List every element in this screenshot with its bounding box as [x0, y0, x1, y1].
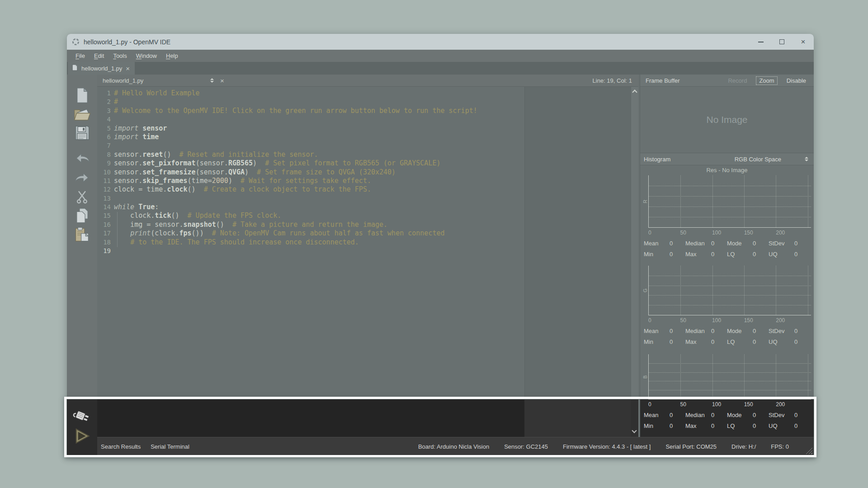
stat-label: Mean	[644, 240, 670, 247]
paste-icon	[75, 227, 90, 244]
stats-row: Min0Max0LQ0UQ0	[640, 336, 814, 347]
channel-label-g: G	[642, 266, 648, 315]
document-selector[interactable]: helloworld_1.py	[97, 77, 214, 84]
code-text	[111, 247, 114, 255]
code-line: 10sensor.set_framesize(sensor.QVGA) # Se…	[97, 168, 631, 177]
code-line: 8sensor.reset() # Reset and initialize t…	[97, 150, 631, 159]
document-close-icon[interactable]: ×	[220, 77, 224, 84]
bottom-tabs: Search ResultsSerial Terminal	[97, 443, 189, 450]
cut-button[interactable]	[72, 189, 92, 207]
stat: Min0	[644, 251, 685, 258]
output-panel	[97, 399, 638, 437]
menu-item-help[interactable]: Help	[161, 51, 183, 61]
gridline-h	[649, 206, 811, 207]
chart-plot	[648, 266, 811, 315]
stat-label: Median	[685, 240, 711, 247]
gridline-h	[649, 381, 811, 381]
stats-row: Mean0Median0Mode0StDev0	[640, 409, 814, 420]
line-number: 16	[97, 221, 111, 229]
gridline-h	[649, 305, 811, 305]
updown-icon	[210, 78, 214, 83]
open-folder-icon	[74, 107, 91, 123]
scroll-up-icon	[632, 89, 637, 94]
menu-item-edit[interactable]: Edit	[90, 51, 108, 61]
scrollbar-dark-section[interactable]	[631, 399, 638, 437]
tick-label: 200	[776, 230, 785, 236]
redo-button[interactable]	[72, 169, 92, 187]
line-number: 13	[97, 194, 111, 203]
frame-buffer-disable-button[interactable]: Disable	[783, 76, 809, 85]
resolution-text: Res - No Image	[640, 165, 814, 175]
tick-label: 200	[776, 317, 785, 324]
stat-value: 0	[794, 422, 797, 429]
open-folder-button[interactable]	[72, 106, 92, 124]
file-icon	[72, 64, 78, 72]
no-image-text: No Image	[706, 114, 747, 125]
chart-plot	[648, 175, 811, 228]
bottom-tab-search-results[interactable]: Search Results	[101, 443, 141, 450]
frame-buffer-zoom-button[interactable]: Zoom	[756, 76, 777, 85]
stat-value: 0	[753, 422, 756, 429]
line-number: 19	[97, 247, 111, 255]
tab-label: helloworld_1.py	[81, 65, 122, 72]
x-axis-ticks: 050100150200	[648, 315, 811, 325]
maximize-button[interactable]	[771, 34, 793, 50]
stat-value: 0	[711, 412, 714, 418]
gridline-h	[649, 390, 811, 390]
paste-button[interactable]	[72, 226, 92, 244]
color-space-select[interactable]: RGB Color Space	[735, 156, 781, 163]
run-script-button[interactable]	[72, 427, 92, 445]
channel-label-r: R	[642, 175, 648, 228]
line-number: 9	[97, 159, 111, 168]
stat-label: LQ	[727, 422, 753, 429]
stat: LQ0	[727, 338, 769, 345]
save-button[interactable]	[72, 125, 92, 143]
menu-item-file[interactable]: File	[71, 51, 90, 61]
stat-label: StDev	[769, 240, 794, 247]
frame-buffer-record-button[interactable]: Record	[725, 76, 750, 85]
menu-item-window[interactable]: Window	[132, 51, 161, 61]
new-file-button[interactable]	[72, 87, 92, 105]
gridline-v	[744, 266, 745, 315]
editor-scrollbar[interactable]	[631, 87, 638, 399]
tick-label: 50	[680, 401, 686, 408]
stat: Mode0	[727, 240, 769, 247]
status-info: Board: Arduino Nicla VisionSensor: GC214…	[418, 443, 814, 450]
gridline-h	[649, 363, 811, 364]
connect-button[interactable]	[72, 408, 92, 426]
stat: LQ0	[727, 251, 769, 258]
undo-button[interactable]	[72, 150, 92, 168]
stat: StDev0	[769, 412, 810, 418]
frame-buffer-buttons: RecordZoomDisable	[725, 76, 809, 85]
code-line: 1# Hello World Example	[97, 89, 631, 98]
code-line: 18 # to the IDE. The FPS should increase…	[97, 238, 631, 247]
copy-button[interactable]	[72, 207, 92, 225]
close-button[interactable]: ×	[793, 34, 814, 50]
bottom-tab-serial-terminal[interactable]: Serial Terminal	[151, 443, 189, 450]
frame-buffer-view: No Image	[640, 87, 814, 153]
tick-label: 0	[648, 230, 651, 236]
line-number: 8	[97, 150, 111, 159]
undo-icon	[74, 151, 90, 166]
histogram-channel-r: R050100150200Mean0Median0Mode0StDev0Min0…	[640, 175, 814, 259]
code-text: # to the IDE. The FPS should increase on…	[111, 238, 359, 247]
screen: helloworld_1.py - OpenMV IDE × FileEditT…	[0, 0, 868, 488]
stat: Median0	[685, 328, 727, 334]
tab-helloworld[interactable]: helloworld_1.py ×	[68, 62, 135, 75]
tick-label: 0	[648, 317, 651, 324]
menu-bar: FileEditToolsWindowHelp	[67, 50, 814, 62]
code-text: import time	[111, 133, 159, 141]
status-item: Firmware Version: 4.4.3 - [ latest ]	[563, 443, 651, 450]
stat: Median0	[685, 240, 727, 247]
line-number: 5	[97, 124, 111, 133]
code-editor[interactable]: 1# Hello World Example2#3# Welcome to th…	[97, 87, 638, 399]
updown-icon	[805, 157, 808, 161]
tab-close-icon[interactable]: ×	[126, 65, 130, 72]
redo-icon	[74, 171, 90, 185]
line-number: 17	[97, 229, 111, 238]
minimize-button[interactable]	[750, 34, 771, 50]
code-text: # Hello World Example	[111, 89, 200, 98]
line-number: 14	[97, 203, 111, 211]
menu-item-tools[interactable]: Tools	[108, 51, 131, 61]
gridline-v	[712, 266, 713, 315]
